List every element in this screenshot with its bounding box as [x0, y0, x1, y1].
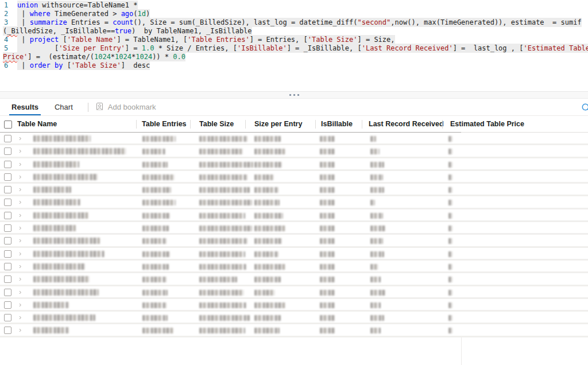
table-row[interactable]: › — [0, 261, 588, 273]
tab-chart[interactable]: Chart — [52, 99, 75, 115]
column-header[interactable]: Table Name — [17, 120, 57, 128]
redacted-cell — [142, 162, 168, 168]
redacted-cell — [33, 174, 98, 180]
redacted-cell — [199, 187, 250, 193]
row-checkbox[interactable] — [4, 147, 11, 155]
table-row[interactable]: › — [0, 158, 588, 171]
redacted-cell — [448, 238, 452, 244]
redacted-cell — [448, 290, 452, 296]
code-line: 2 | where TimeGenerated > ago(1d) — [0, 10, 588, 18]
row-checkbox[interactable] — [4, 289, 11, 296]
redacted-cell — [448, 136, 452, 142]
redacted-cell — [320, 213, 335, 219]
expand-chevron-icon[interactable]: › — [19, 325, 21, 334]
redacted-cell — [199, 328, 245, 333]
redacted-cell — [448, 315, 452, 321]
redacted-cell — [199, 264, 246, 270]
redacted-cell — [320, 264, 335, 270]
row-checkbox[interactable] — [4, 161, 11, 168]
redacted-cell — [199, 251, 245, 257]
row-checkbox[interactable] — [4, 173, 11, 181]
column-divider — [442, 120, 443, 129]
redacted-cell — [320, 315, 335, 321]
row-checkbox[interactable] — [4, 135, 11, 142]
redacted-cell — [199, 213, 245, 219]
redacted-cell — [142, 277, 167, 282]
row-checkbox[interactable] — [4, 212, 11, 219]
redacted-cell — [33, 212, 88, 219]
column-divider — [190, 120, 191, 129]
expand-chevron-icon[interactable]: › — [19, 300, 21, 309]
column-header[interactable]: Estimated Table Price — [450, 120, 524, 128]
expand-chevron-icon[interactable]: › — [19, 262, 21, 270]
redacted-cell — [142, 238, 167, 244]
row-checkbox[interactable] — [4, 199, 11, 206]
table-row[interactable]: › — [0, 209, 588, 222]
column-header[interactable]: Table Size — [199, 120, 234, 128]
row-checkbox[interactable] — [4, 250, 11, 258]
redacted-cell — [33, 302, 69, 308]
column-header[interactable]: Last Record Received — [369, 120, 444, 128]
redacted-cell — [320, 238, 335, 244]
expand-chevron-icon[interactable]: › — [19, 197, 21, 206]
table-row[interactable]: › — [0, 222, 588, 235]
table-row[interactable]: › — [0, 171, 588, 184]
query-editor[interactable]: 1union withsource=TableName1 *2 | where … — [0, 0, 588, 91]
expand-chevron-icon[interactable]: › — [19, 211, 21, 219]
add-bookmark-button[interactable]: Add bookmark — [95, 102, 156, 112]
expand-chevron-icon[interactable]: › — [19, 249, 21, 258]
column-header[interactable]: Size per Entry — [254, 120, 302, 128]
tab-results[interactable]: Results — [9, 99, 41, 115]
redacted-cell — [320, 290, 335, 296]
expand-chevron-icon[interactable]: › — [19, 236, 21, 244]
table-row[interactable]: › — [0, 145, 588, 158]
redacted-cell — [370, 277, 381, 282]
row-checkbox[interactable] — [4, 275, 11, 283]
expand-chevron-icon[interactable]: › — [19, 146, 21, 155]
row-checkbox[interactable] — [4, 224, 11, 232]
table-row[interactable]: › — [0, 273, 588, 286]
table-row[interactable]: › — [0, 248, 588, 261]
row-checkbox[interactable] — [4, 314, 11, 321]
column-divider — [136, 120, 137, 129]
row-checkbox[interactable] — [4, 263, 11, 270]
code-line: 5 ['Size per Entry'] = 1.0 * Size / Entr… — [0, 44, 588, 53]
table-row[interactable]: › — [0, 133, 588, 145]
redacted-cell — [448, 264, 452, 270]
table-row[interactable]: › — [0, 196, 588, 209]
table-row[interactable]: › — [0, 235, 588, 247]
search-icon[interactable] — [581, 103, 588, 115]
redacted-cell — [33, 225, 76, 231]
column-header[interactable]: IsBillable — [321, 120, 353, 128]
redacted-cell — [370, 251, 384, 257]
redacted-cell — [370, 238, 383, 244]
expand-chevron-icon[interactable]: › — [19, 134, 21, 142]
column-header[interactable]: Table Entries — [142, 120, 187, 128]
redacted-cell — [254, 290, 275, 296]
table-row[interactable]: › — [0, 312, 588, 324]
expand-chevron-icon[interactable]: › — [19, 185, 21, 193]
expand-chevron-icon[interactable]: › — [19, 160, 21, 168]
expand-chevron-icon[interactable]: › — [19, 223, 21, 232]
row-checkbox[interactable] — [4, 186, 11, 193]
row-checkbox[interactable] — [4, 301, 11, 309]
redacted-cell — [320, 149, 335, 154]
select-all-checkbox[interactable] — [4, 121, 12, 129]
table-row[interactable]: › — [0, 299, 588, 312]
row-checkbox[interactable] — [4, 237, 11, 244]
row-checkbox[interactable] — [4, 327, 11, 334]
expand-chevron-icon[interactable]: › — [19, 288, 21, 296]
redacted-cell — [320, 302, 335, 308]
table-row[interactable]: › — [0, 286, 588, 299]
table-row[interactable]: › — [0, 184, 588, 196]
redacted-cell — [33, 238, 100, 244]
redacted-cell — [33, 327, 69, 333]
expand-chevron-icon[interactable]: › — [19, 313, 21, 321]
expand-chevron-icon[interactable]: › — [19, 172, 21, 181]
table-row[interactable]: › — [0, 324, 588, 337]
redacted-cell — [199, 162, 253, 168]
redacted-cell — [33, 314, 95, 321]
add-bookmark-label: Add bookmark — [108, 103, 156, 111]
drag-handle-dots-icon[interactable] — [286, 93, 303, 97]
expand-chevron-icon[interactable]: › — [19, 274, 21, 283]
